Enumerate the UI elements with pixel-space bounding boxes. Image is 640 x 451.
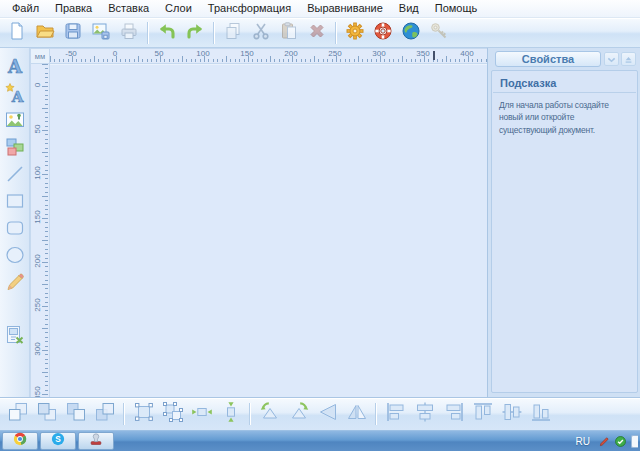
palette-button-wordart-tool[interactable]: A [2,82,28,108]
taskbar-app-chrome[interactable] [2,432,38,450]
taskbar-app-stamp-app[interactable] [78,432,114,450]
menu-item-правка[interactable]: Правка [47,1,100,16]
hruler-label-0: 0 [104,49,126,58]
palette-button-line-tool[interactable] [2,163,28,189]
wordart-tool-icon: A [4,82,26,108]
chrome-icon [13,432,27,450]
arrange-button-align-middle[interactable] [498,401,525,428]
align-bottom-icon [529,400,553,428]
palette-button-rectangle-tool[interactable] [2,190,28,216]
arrange-button-ungroup[interactable] [159,401,186,428]
arrange-button-align-right[interactable] [440,401,467,428]
arrange-separator [249,403,251,425]
menu-item-вид[interactable]: Вид [391,1,427,16]
distribute-horizontal-icon [190,400,214,428]
arrange-separator [123,403,125,425]
arrange-button-align-top[interactable] [469,401,496,428]
ungroup-icon [161,400,185,428]
ellipse-tool-icon [4,244,26,270]
palette-button-clipart-tool[interactable] [2,324,28,350]
toolbar-button-license-key[interactable] [427,21,451,45]
copy-icon [223,21,243,45]
stamp-app-icon [89,432,103,450]
menu-item-трансформация[interactable]: Трансформация [200,1,299,16]
open-folder-icon [35,21,55,45]
palette-button-shapes-tool[interactable] [2,136,28,162]
toolbar-button-print[interactable] [117,21,141,45]
palette-button-image-tool[interactable] [2,109,28,135]
vruler-label-0: 0 [30,80,48,90]
arrange-button-distribute-horizontal[interactable] [188,401,215,428]
toolbar-button-copy[interactable] [221,21,245,45]
align-top-icon [471,400,495,428]
toolbar-button-settings-gear[interactable] [343,21,367,45]
help-lifebuoy-icon [373,21,393,45]
svg-text:S: S [55,434,61,444]
arrange-button-rotate-right[interactable] [285,401,312,428]
toolbar-button-new-document[interactable] [5,21,29,45]
toolbar-button-delete[interactable] [305,21,329,45]
palette-button-rounded-rectangle-tool[interactable] [2,217,28,243]
align-right-icon [442,400,466,428]
tool-palette: AA [0,48,30,397]
menu-item-слои[interactable]: Слои [157,1,200,16]
send-to-back-icon [93,400,117,428]
hruler-label-400: 400 [456,49,478,58]
toolbar-button-paste[interactable] [277,21,301,45]
flip-horizontal-icon [316,400,340,428]
arrange-button-distribute-vertical[interactable] [217,401,244,428]
new-document-icon [7,21,27,45]
menu-item-выравнивание[interactable]: Выравнивание [299,1,391,16]
vruler-label-200: 200 [30,256,48,266]
toolbar-button-export-image[interactable] [89,21,113,45]
pencil-tool-icon [4,271,26,297]
menu-item-вставка[interactable]: Вставка [100,1,157,16]
arrange-button-align-bottom[interactable] [527,401,554,428]
arrange-button-flip-vertical[interactable] [343,401,370,428]
toolbar-button-open-folder[interactable] [33,21,57,45]
menu-item-помощь[interactable]: Помощь [427,1,486,16]
arrange-button-rotate-left[interactable] [256,401,283,428]
panel-collapse-button[interactable] [604,52,619,66]
toolbar-button-website-globe[interactable] [399,21,423,45]
properties-panel-title: Свойства [522,53,574,65]
toolbar-button-undo[interactable] [155,21,179,45]
taskbar-app-skype[interactable]: S [40,432,76,450]
status-tray-icon[interactable] [615,433,626,451]
toolbar-button-help-lifebuoy[interactable] [371,21,395,45]
document-canvas[interactable] [50,64,487,397]
chevron-down-icon [607,50,616,68]
arrange-button-bring-forward[interactable] [33,401,60,428]
hruler-label-50: 50 [148,49,170,58]
vertical-ruler: 050100150200250300350 [30,64,50,397]
palette-button-pencil-tool[interactable] [2,271,28,297]
arrange-button-send-backward[interactable] [62,401,89,428]
arrange-button-align-left[interactable] [382,401,409,428]
toolbar-button-redo[interactable] [183,21,207,45]
vruler-label-100: 100 [30,168,48,178]
arrange-button-bring-to-front[interactable] [4,401,31,428]
svg-text:A: A [7,56,23,77]
arrange-button-send-to-back[interactable] [91,401,118,428]
arrange-button-group[interactable] [130,401,157,428]
bring-to-front-icon [6,400,30,428]
menu-item-файл[interactable]: Файл [4,1,47,16]
arrange-toolbar [0,397,640,430]
palette-button-ellipse-tool[interactable] [2,244,28,270]
bring-forward-icon [35,400,59,428]
license-key-icon [429,21,449,45]
properties-panel-header[interactable]: Свойства [495,51,601,67]
pen-tray-icon[interactable] [599,433,610,451]
system-tray: RU [576,431,638,451]
panel-pin-button[interactable] [621,52,636,66]
export-image-icon [91,21,111,45]
toolbar-button-save[interactable] [61,21,85,45]
clipart-tool-icon [4,324,26,350]
tray-overflow-button[interactable] [631,435,638,448]
arrange-button-flip-horizontal[interactable] [314,401,341,428]
vruler-label-250: 250 [30,300,48,310]
toolbar-button-cut[interactable] [249,21,273,45]
arrange-button-align-center[interactable] [411,401,438,428]
language-indicator[interactable]: RU [576,436,594,447]
palette-button-text-tool[interactable]: A [2,55,28,81]
